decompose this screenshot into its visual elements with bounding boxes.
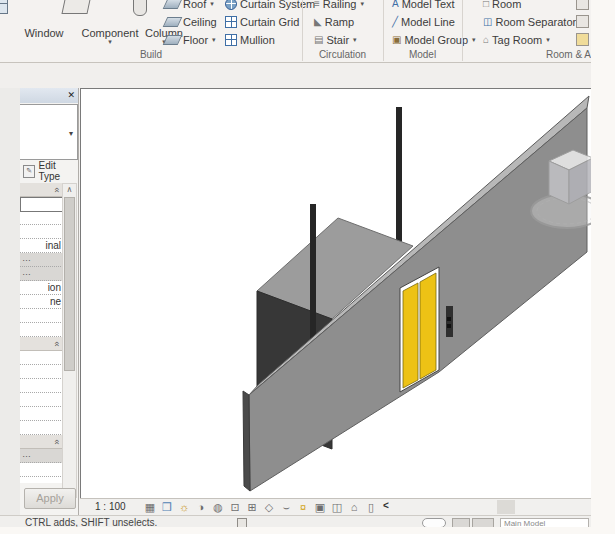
show-constraints-icon[interactable]: ⌂ <box>346 500 362 515</box>
curtain-grid-button[interactable]: Curtain Grid <box>225 13 299 30</box>
status-button[interactable] <box>452 518 470 527</box>
3d-view[interactable] <box>81 89 591 497</box>
door-panel-right[interactable] <box>420 273 436 379</box>
show-rendering-dialog-icon[interactable]: ◍ <box>210 500 226 515</box>
reveal-hidden-elements-icon[interactable]: ¤ <box>295 500 311 515</box>
group-header[interactable]: « <box>20 337 63 351</box>
show-crop-region-icon[interactable]: ⊞ <box>244 500 260 515</box>
palette-title-bar[interactable]: ✕ <box>20 88 78 103</box>
post-front[interactable] <box>310 204 316 349</box>
type-selector[interactable]: ▾ <box>20 104 78 160</box>
room-panel-extra-icon[interactable] <box>576 15 589 28</box>
dropdown-arrow-icon[interactable]: ▾ <box>210 0 214 8</box>
room-separator-button[interactable]: ◫ Room Separator <box>483 13 576 30</box>
window-button[interactable]: Window <box>0 0 44 48</box>
group-header[interactable]: « <box>20 183 63 197</box>
property-value-cell[interactable] <box>20 197 65 212</box>
curtain-grid-label: Curtain Grid <box>240 16 299 28</box>
circulation-panel-label[interactable]: Circulation <box>302 49 383 61</box>
railing-icon: ≡ <box>314 0 320 9</box>
edit-type-button[interactable]: ✎ Edit Type <box>20 160 78 182</box>
property-value-cell[interactable]: inal <box>20 239 63 253</box>
room-button[interactable]: □ Room <box>483 0 521 12</box>
roof-button[interactable]: Roof ▾ <box>165 0 214 12</box>
status-button[interactable] <box>472 518 494 527</box>
detail-level-icon[interactable]: ▦ <box>142 500 158 515</box>
property-value-cell[interactable] <box>20 365 63 379</box>
property-value-cell[interactable] <box>20 323 63 337</box>
property-value-cell[interactable] <box>20 463 63 477</box>
active-design-option-field[interactable]: Main Model <box>500 518 589 527</box>
shadows-icon[interactable]: ◑ <box>193 500 209 515</box>
dropdown-arrow-icon[interactable]: ▾ <box>353 36 357 44</box>
property-value-cell[interactable] <box>20 309 63 323</box>
tag-room-button[interactable]: ⌂ Tag Room ▾ <box>483 31 550 48</box>
wall-end-face[interactable] <box>243 391 250 491</box>
floor-button[interactable]: Floor ▾ <box>165 31 216 48</box>
apply-button[interactable]: Apply <box>24 488 76 509</box>
ramp-button[interactable]: ◣ Ramp <box>314 13 354 30</box>
room-separator-label: Room Separator <box>495 16 576 28</box>
collapse-icon[interactable]: « <box>51 341 61 346</box>
property-browse-button[interactable]: … <box>20 267 63 281</box>
dropdown-arrow-icon[interactable]: ▾ <box>212 36 216 44</box>
door-handle[interactable] <box>446 306 453 337</box>
model-group-button[interactable]: ▣ Model Group ▾ <box>392 31 476 48</box>
options-bar <box>0 63 591 88</box>
lock-3d-view-icon[interactable]: ◇ <box>261 500 277 515</box>
dropdown-arrow-icon[interactable]: ▾ <box>546 36 550 44</box>
property-value-cell[interactable] <box>20 351 63 365</box>
property-value-cell[interactable]: ne <box>20 295 63 309</box>
component-button[interactable]: Component ▾ <box>46 0 110 48</box>
crop-view-icon[interactable]: ⊡ <box>227 500 243 515</box>
build-panel-label[interactable]: Build <box>0 49 302 61</box>
dropdown-arrow-icon[interactable]: ▾ <box>360 0 364 8</box>
close-icon[interactable]: ✕ <box>67 90 75 100</box>
status-icon[interactable] <box>237 518 247 527</box>
displace-elements-icon[interactable]: ◫ <box>329 500 345 515</box>
room-panel-extra-icon[interactable] <box>576 33 589 46</box>
column-button[interactable]: Column ▾ <box>116 0 164 48</box>
property-browse-button[interactable]: … <box>20 253 63 267</box>
collapse-icon[interactable]: « <box>51 439 61 444</box>
stair-label: Stair <box>326 34 349 46</box>
reveal-constraints-icon[interactable]: ▯ <box>363 500 379 515</box>
post-rear[interactable] <box>396 107 402 245</box>
property-browse-button[interactable]: … <box>20 449 63 463</box>
temporary-hide-isolate-icon[interactable]: ⌣ <box>278 500 294 515</box>
status-toggle[interactable] <box>422 518 446 527</box>
property-value-cell[interactable] <box>20 379 63 393</box>
sun-path-icon[interactable]: ☼ <box>176 500 192 515</box>
drawing-area[interactable] <box>80 88 591 499</box>
room-panel-label[interactable]: Room & Area <box>462 49 591 61</box>
dropdown-arrow-icon[interactable]: ▾ <box>472 36 476 44</box>
collapse-icon[interactable]: « <box>51 187 61 192</box>
stair-button[interactable]: ▤ Stair ▾ <box>314 31 357 48</box>
scrollbar-corner[interactable] <box>497 500 515 514</box>
room-panel-extra-icon[interactable] <box>576 0 589 10</box>
temporary-view-properties-icon[interactable]: ▣ <box>312 500 328 515</box>
property-value-cell[interactable] <box>20 421 63 435</box>
view-scale-button[interactable]: 1 : 100 <box>95 501 126 512</box>
model-line-button[interactable]: ╱ Model Line <box>392 13 455 30</box>
palette-scrollbar[interactable]: ∧ ∨ <box>62 183 77 498</box>
visual-style-icon[interactable]: ❒ <box>159 500 175 515</box>
property-value-cell[interactable] <box>20 407 63 421</box>
scroll-up-icon[interactable]: ∧ <box>63 185 76 194</box>
property-value-cell[interactable]: ion <box>20 281 63 295</box>
model-group-icon: ▣ <box>392 35 401 45</box>
model-text-button[interactable]: A Model Text <box>392 0 455 12</box>
property-value-cell[interactable] <box>20 393 63 407</box>
scrollbar-thumb[interactable] <box>64 197 75 371</box>
mullion-button[interactable]: Mullion <box>225 31 275 48</box>
railing-button[interactable]: ≡ Railing ▾ <box>314 0 364 12</box>
chevron-down-icon[interactable]: ▾ <box>69 129 73 138</box>
curtain-system-icon <box>225 0 237 10</box>
property-value-cell[interactable] <box>20 225 63 239</box>
ceiling-button[interactable]: Ceiling <box>165 13 217 30</box>
model-panel-label[interactable]: Model <box>383 49 462 61</box>
door-panel-left[interactable] <box>403 283 418 388</box>
property-value-cell[interactable] <box>20 211 63 225</box>
group-header[interactable]: « <box>20 435 63 449</box>
collapse-arrow-icon[interactable]: < <box>383 500 389 511</box>
